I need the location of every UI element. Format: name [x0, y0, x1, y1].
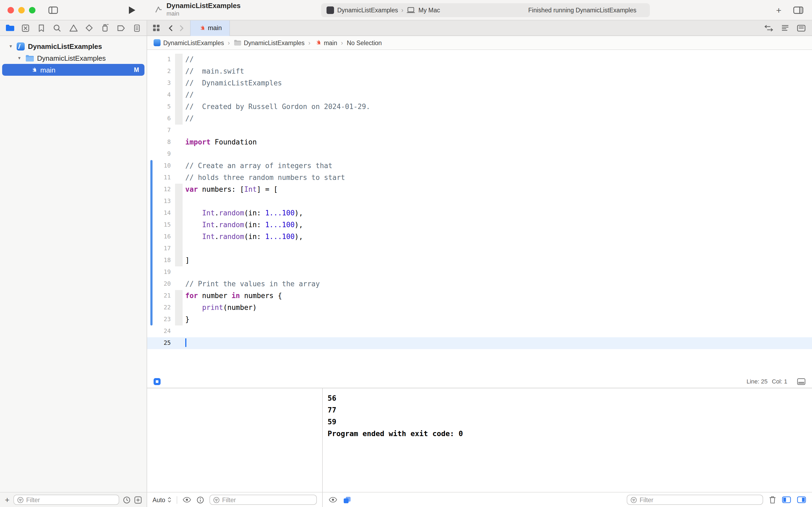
breadcrumb-group[interactable]: DynamicListExamples	[234, 40, 304, 46]
code-line-23[interactable]: 23}	[147, 314, 812, 326]
code-line-9[interactable]: 9	[147, 148, 812, 160]
navigator-filter-field[interactable]	[13, 495, 119, 505]
scheme-name[interactable]: DynamicListExamples	[337, 7, 398, 13]
line-number-6[interactable]: 6	[147, 113, 171, 125]
navigator-item-project[interactable]: ▾ DynamicListExamples	[0, 40, 147, 52]
code-line-text[interactable]: // main.swift	[185, 65, 244, 77]
line-number-25[interactable]: 25	[147, 337, 171, 349]
code-line-25[interactable]: 25	[147, 337, 812, 349]
breadcrumb-selection[interactable]: No Selection	[347, 40, 382, 46]
code-line-text[interactable]: // DynamicListExamples	[185, 77, 282, 89]
editor-options-icon[interactable]	[797, 24, 806, 32]
code-line-1[interactable]: 1//	[147, 54, 812, 65]
line-number-7[interactable]: 7	[147, 125, 171, 136]
code-line-text[interactable]: ]	[185, 255, 189, 266]
console-filter-field[interactable]	[627, 495, 763, 505]
line-number-4[interactable]: 4	[147, 89, 171, 101]
navigator-tab-issues-icon[interactable]	[68, 23, 78, 33]
line-number-5[interactable]: 5	[147, 101, 171, 113]
code-line-10[interactable]: 10// Create an array of integers that	[147, 160, 812, 172]
code-line-text[interactable]: }	[185, 314, 189, 326]
code-line-20[interactable]: 20// Print the values in the array	[147, 278, 812, 290]
code-line-text[interactable]: Int.random(in: 1...100),	[185, 207, 303, 219]
toggle-variables-view-icon[interactable]	[782, 496, 791, 503]
add-button-plus-icon[interactable]: +	[776, 6, 781, 15]
code-line-text[interactable]: var numbers: [Int] = [	[185, 184, 278, 195]
code-line-22[interactable]: 22 print(number)	[147, 302, 812, 314]
editor-bottom-bar-icon[interactable]	[154, 378, 161, 385]
navigator-filter-input[interactable]	[26, 497, 115, 503]
variables-scope-popup[interactable]: Auto	[153, 497, 171, 503]
navigator-tab-source-control-icon[interactable]	[21, 23, 31, 33]
breadcrumb-file[interactable]: main	[314, 39, 337, 46]
navigator-tab-tests-icon[interactable]	[84, 23, 94, 33]
code-line-text[interactable]: Int.random(in: 1...100),	[185, 231, 303, 243]
recents-clock-icon[interactable]	[123, 496, 130, 504]
debugger-stack-icon[interactable]	[343, 496, 351, 504]
variables-eye-icon[interactable]	[182, 497, 191, 503]
scheme-selector[interactable]: DynamicListExamples › My Mac	[321, 6, 446, 14]
code-line-2[interactable]: 2// main.swift	[147, 65, 812, 77]
add-file-plus-icon[interactable]: +	[5, 495, 10, 504]
code-line-12[interactable]: 12var numbers: [Int] = [	[147, 184, 812, 195]
navigator-item-group[interactable]: ▾ DynamicListExamples	[0, 52, 147, 64]
code-line-16[interactable]: 16 Int.random(in: 1...100),	[147, 231, 812, 243]
forward-button-icon[interactable]	[179, 24, 184, 32]
code-line-text[interactable]: //	[185, 113, 193, 125]
minimap-icon[interactable]	[781, 25, 789, 31]
code-line-3[interactable]: 3// DynamicListExamples	[147, 77, 812, 89]
close-button[interactable]	[7, 7, 14, 13]
line-number-9[interactable]: 9	[147, 148, 171, 160]
editor-layout-icon[interactable]	[793, 6, 803, 14]
navigator-tab-bookmarks-icon[interactable]	[37, 23, 47, 33]
variables-filter-field[interactable]	[209, 495, 317, 505]
related-items-icon[interactable]	[153, 24, 160, 32]
code-line-7[interactable]: 7	[147, 125, 812, 136]
zoom-button[interactable]	[29, 7, 36, 13]
navigator-tab-breakpoints-icon[interactable]	[116, 23, 126, 33]
code-line-11[interactable]: 11// holds three random numbers to start	[147, 172, 812, 184]
line-number-24[interactable]: 24	[147, 326, 171, 337]
code-line-15[interactable]: 15 Int.random(in: 1...100),	[147, 219, 812, 231]
code-line-18[interactable]: 18]	[147, 255, 812, 266]
code-review-icon[interactable]	[764, 24, 773, 32]
editor-tab-main[interactable]: main	[190, 20, 230, 36]
code-area[interactable]: 1//2// main.swift3// DynamicListExamples…	[147, 50, 812, 375]
navigator-toggle-icon[interactable]	[48, 6, 58, 14]
navigator-tab-debug-icon[interactable]	[101, 23, 110, 33]
code-line-8[interactable]: 8import Foundation	[147, 136, 812, 148]
line-number-3[interactable]: 3	[147, 77, 171, 89]
code-line-text[interactable]	[185, 337, 186, 349]
code-line-14[interactable]: 14 Int.random(in: 1...100),	[147, 207, 812, 219]
line-number-1[interactable]: 1	[147, 54, 171, 65]
code-line-6[interactable]: 6//	[147, 113, 812, 125]
clear-console-trash-icon[interactable]	[769, 496, 776, 504]
navigator-tab-find-icon[interactable]	[53, 23, 62, 33]
minimize-button[interactable]	[18, 7, 25, 13]
fold-ribbon-segment-2[interactable]	[175, 184, 183, 266]
code-line-text[interactable]: // Print the values in the array	[185, 278, 320, 290]
console-output[interactable]: 567759Program ended with exit code: 0	[323, 388, 812, 492]
code-line-text[interactable]: //	[185, 54, 193, 65]
run-destination[interactable]: My Mac	[418, 7, 440, 13]
code-line-text[interactable]: import Foundation	[185, 136, 257, 148]
build-status-message[interactable]: Finished running DynamicListExamples	[528, 7, 650, 13]
code-line-text[interactable]: for number in numbers {	[185, 290, 282, 302]
variables-view[interactable]	[147, 388, 322, 492]
line-number-2[interactable]: 2	[147, 65, 171, 77]
breadcrumb-project[interactable]: DynamicListExamples	[154, 39, 224, 46]
disclosure-chevron-icon[interactable]: ▾	[7, 44, 14, 49]
console-filter-input[interactable]	[640, 497, 759, 503]
navigator-tab-reports-icon[interactable]	[132, 23, 142, 33]
code-line-text[interactable]: Int.random(in: 1...100),	[185, 219, 303, 231]
variables-info-icon[interactable]	[196, 496, 204, 504]
code-line-13[interactable]: 13	[147, 195, 812, 207]
code-line-5[interactable]: 5// Created by Russell Gordon on 2024-01…	[147, 101, 812, 113]
code-line-text[interactable]: // holds three random numbers to start	[185, 172, 345, 184]
variables-filter-input[interactable]	[222, 497, 313, 503]
back-button-icon[interactable]	[169, 24, 173, 32]
code-line-text[interactable]: print(number)	[185, 302, 257, 314]
code-line-4[interactable]: 4//	[147, 89, 812, 101]
toggle-console-icon[interactable]	[797, 496, 806, 503]
navigator-tab-project-folder-icon[interactable]	[5, 23, 14, 33]
